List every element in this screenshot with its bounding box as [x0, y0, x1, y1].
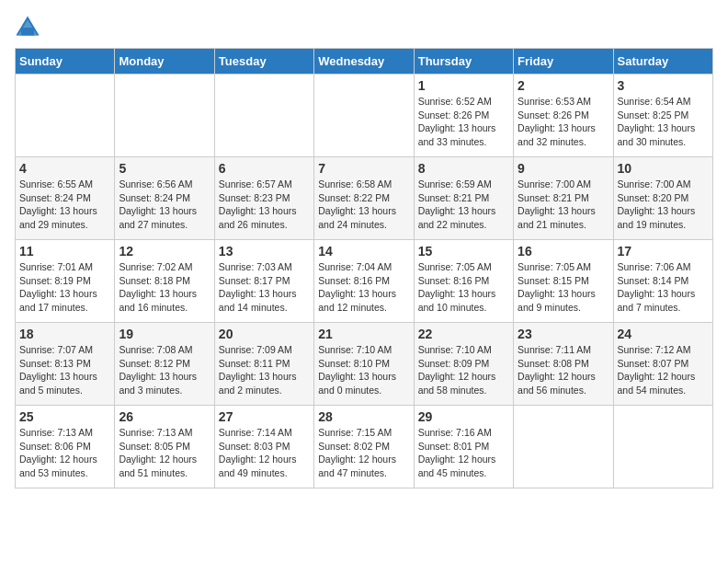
- day-info: Sunrise: 7:11 AMSunset: 8:08 PMDaylight:…: [518, 343, 609, 397]
- day-number: 29: [418, 409, 509, 424]
- calendar-cell: 15Sunrise: 7:05 AMSunset: 8:16 PMDayligh…: [414, 240, 513, 323]
- day-number: 16: [518, 244, 609, 259]
- calendar-cell: 6Sunrise: 6:57 AMSunset: 8:23 PMDaylight…: [214, 157, 313, 240]
- logo-icon: [15, 15, 40, 40]
- day-info: Sunrise: 7:03 AMSunset: 8:17 PMDaylight:…: [219, 260, 310, 315]
- calendar-week-row: 4Sunrise: 6:55 AMSunset: 8:24 PMDaylight…: [16, 157, 713, 240]
- day-number: 9: [518, 161, 609, 176]
- calendar-cell: 27Sunrise: 7:14 AMSunset: 8:03 PMDayligh…: [214, 406, 313, 488]
- calendar-cell: 3Sunrise: 6:54 AMSunset: 8:25 PMDaylight…: [613, 75, 712, 157]
- day-number: 28: [318, 409, 409, 424]
- day-info: Sunrise: 7:01 AMSunset: 8:19 PMDaylight:…: [19, 260, 110, 315]
- day-number: 26: [119, 409, 210, 424]
- day-number: 21: [318, 327, 409, 341]
- day-info: Sunrise: 7:09 AMSunset: 8:11 PMDaylight:…: [219, 343, 310, 397]
- day-info: Sunrise: 6:56 AMSunset: 8:24 PMDaylight:…: [119, 178, 210, 232]
- day-info: Sunrise: 6:52 AMSunset: 8:26 PMDaylight:…: [418, 95, 509, 149]
- day-info: Sunrise: 7:12 AMSunset: 8:07 PMDaylight:…: [618, 343, 709, 397]
- calendar-cell: 17Sunrise: 7:06 AMSunset: 8:14 PMDayligh…: [613, 240, 712, 323]
- day-number: 23: [518, 327, 609, 341]
- day-number: 27: [219, 409, 310, 424]
- calendar-cell: 24Sunrise: 7:12 AMSunset: 8:07 PMDayligh…: [613, 323, 712, 406]
- day-info: Sunrise: 7:15 AMSunset: 8:02 PMDaylight:…: [318, 426, 409, 480]
- calendar-cell: 21Sunrise: 7:10 AMSunset: 8:10 PMDayligh…: [314, 323, 414, 406]
- calendar-cell: 26Sunrise: 7:13 AMSunset: 8:05 PMDayligh…: [115, 406, 214, 488]
- day-info: Sunrise: 7:08 AMSunset: 8:12 PMDaylight:…: [119, 343, 210, 397]
- calendar-cell: 25Sunrise: 7:13 AMSunset: 8:06 PMDayligh…: [16, 406, 115, 488]
- calendar-cell: 22Sunrise: 7:10 AMSunset: 8:09 PMDayligh…: [414, 323, 513, 406]
- day-info: Sunrise: 6:58 AMSunset: 8:22 PMDaylight:…: [318, 178, 409, 232]
- day-info: Sunrise: 7:05 AMSunset: 8:16 PMDaylight:…: [418, 260, 509, 315]
- calendar-week-row: 25Sunrise: 7:13 AMSunset: 8:06 PMDayligh…: [16, 406, 713, 488]
- calendar-cell: 10Sunrise: 7:00 AMSunset: 8:20 PMDayligh…: [613, 157, 712, 240]
- calendar-cell: 16Sunrise: 7:05 AMSunset: 8:15 PMDayligh…: [514, 240, 613, 323]
- day-number: 20: [219, 327, 310, 341]
- calendar-cell: 11Sunrise: 7:01 AMSunset: 8:19 PMDayligh…: [16, 240, 115, 323]
- day-number: 8: [418, 161, 509, 176]
- header: [15, 15, 713, 40]
- day-of-week-friday: Friday: [514, 49, 613, 75]
- calendar-cell: 9Sunrise: 7:00 AMSunset: 8:21 PMDaylight…: [514, 157, 613, 240]
- day-info: Sunrise: 7:13 AMSunset: 8:06 PMDaylight:…: [19, 426, 110, 480]
- day-number: 7: [318, 161, 409, 176]
- day-info: Sunrise: 7:04 AMSunset: 8:16 PMDaylight:…: [318, 260, 409, 315]
- calendar-cell: [613, 406, 712, 488]
- calendar-cell: 20Sunrise: 7:09 AMSunset: 8:11 PMDayligh…: [214, 323, 313, 406]
- day-number: 2: [518, 78, 609, 93]
- calendar-cell: 29Sunrise: 7:16 AMSunset: 8:01 PMDayligh…: [414, 406, 513, 488]
- logo: [15, 15, 44, 40]
- day-info: Sunrise: 7:13 AMSunset: 8:05 PMDaylight:…: [119, 426, 210, 480]
- day-info: Sunrise: 6:55 AMSunset: 8:24 PMDaylight:…: [19, 178, 110, 232]
- calendar-cell: 8Sunrise: 6:59 AMSunset: 8:21 PMDaylight…: [414, 157, 513, 240]
- day-of-week-wednesday: Wednesday: [314, 49, 414, 75]
- day-info: Sunrise: 7:14 AMSunset: 8:03 PMDaylight:…: [219, 426, 310, 480]
- day-number: 4: [19, 161, 110, 176]
- day-of-week-monday: Monday: [115, 49, 214, 75]
- day-number: 22: [418, 327, 509, 341]
- day-number: 1: [418, 78, 509, 93]
- day-info: Sunrise: 6:59 AMSunset: 8:21 PMDaylight:…: [418, 178, 509, 232]
- calendar-cell: 5Sunrise: 6:56 AMSunset: 8:24 PMDaylight…: [115, 157, 214, 240]
- calendar-cell: 13Sunrise: 7:03 AMSunset: 8:17 PMDayligh…: [214, 240, 313, 323]
- day-info: Sunrise: 7:16 AMSunset: 8:01 PMDaylight:…: [418, 426, 509, 480]
- calendar-cell: [16, 75, 115, 157]
- calendar-week-row: 18Sunrise: 7:07 AMSunset: 8:13 PMDayligh…: [16, 323, 713, 406]
- day-info: Sunrise: 7:07 AMSunset: 8:13 PMDaylight:…: [19, 343, 110, 397]
- calendar-cell: 14Sunrise: 7:04 AMSunset: 8:16 PMDayligh…: [314, 240, 414, 323]
- calendar-header-row: SundayMondayTuesdayWednesdayThursdayFrid…: [16, 49, 713, 75]
- calendar-cell: 28Sunrise: 7:15 AMSunset: 8:02 PMDayligh…: [314, 406, 414, 488]
- day-of-week-tuesday: Tuesday: [214, 49, 313, 75]
- day-of-week-thursday: Thursday: [414, 49, 513, 75]
- calendar-cell: [214, 75, 313, 157]
- day-info: Sunrise: 7:05 AMSunset: 8:15 PMDaylight:…: [518, 260, 609, 315]
- day-number: 5: [119, 161, 210, 176]
- day-number: 3: [618, 78, 709, 93]
- calendar-cell: 18Sunrise: 7:07 AMSunset: 8:13 PMDayligh…: [16, 323, 115, 406]
- day-info: Sunrise: 7:10 AMSunset: 8:10 PMDaylight:…: [318, 343, 409, 397]
- calendar-week-row: 1Sunrise: 6:52 AMSunset: 8:26 PMDaylight…: [16, 75, 713, 157]
- day-number: 15: [418, 244, 509, 259]
- day-number: 25: [19, 409, 110, 424]
- day-number: 14: [318, 244, 409, 259]
- day-info: Sunrise: 7:00 AMSunset: 8:21 PMDaylight:…: [518, 178, 609, 232]
- day-info: Sunrise: 6:54 AMSunset: 8:25 PMDaylight:…: [618, 95, 709, 149]
- day-number: 18: [19, 327, 110, 341]
- day-number: 17: [618, 244, 709, 259]
- day-number: 6: [219, 161, 310, 176]
- day-info: Sunrise: 7:02 AMSunset: 8:18 PMDaylight:…: [119, 260, 210, 315]
- day-number: 10: [618, 161, 709, 176]
- calendar-cell: [514, 406, 613, 488]
- calendar-cell: 19Sunrise: 7:08 AMSunset: 8:12 PMDayligh…: [115, 323, 214, 406]
- day-info: Sunrise: 7:06 AMSunset: 8:14 PMDaylight:…: [618, 260, 709, 315]
- day-number: 11: [19, 244, 110, 259]
- calendar-cell: 1Sunrise: 6:52 AMSunset: 8:26 PMDaylight…: [414, 75, 513, 157]
- day-of-week-saturday: Saturday: [613, 49, 712, 75]
- day-of-week-sunday: Sunday: [16, 49, 115, 75]
- calendar-cell: 2Sunrise: 6:53 AMSunset: 8:26 PMDaylight…: [514, 75, 613, 157]
- day-number: 13: [219, 244, 310, 259]
- calendar-cell: [314, 75, 414, 157]
- svg-rect-2: [21, 28, 34, 35]
- calendar-cell: 7Sunrise: 6:58 AMSunset: 8:22 PMDaylight…: [314, 157, 414, 240]
- calendar-cell: [115, 75, 214, 157]
- day-number: 12: [119, 244, 210, 259]
